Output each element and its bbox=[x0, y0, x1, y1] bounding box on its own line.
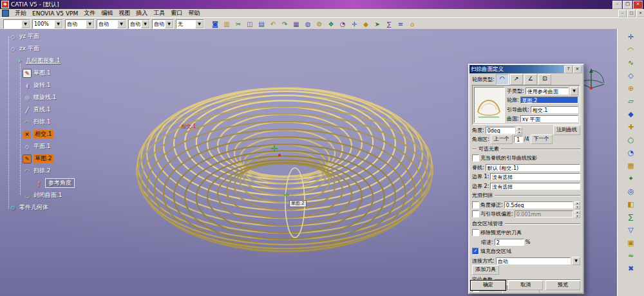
profile-type-conic-button[interactable]: ⊡ bbox=[538, 74, 551, 85]
doc-close-button[interactable]: × bbox=[636, 10, 644, 17]
chevron-down-icon[interactable]: ▼ bbox=[117, 20, 126, 28]
chevron-down-icon[interactable]: ▼ bbox=[165, 20, 173, 28]
spine-field[interactable]: 默认 (相交.1) bbox=[486, 164, 580, 171]
subtype-select[interactable]: 使用参考曲面 bbox=[526, 88, 569, 95]
zoom-combo[interactable]: 100% ▼ bbox=[32, 19, 63, 29]
ok-button[interactable]: 确定 bbox=[471, 281, 506, 290]
boundary1-field[interactable]: 没有选择 bbox=[490, 173, 580, 180]
right-tool-icon-11[interactable]: ▦ bbox=[625, 161, 636, 171]
right-tool-icon-14[interactable]: ◧ bbox=[625, 199, 636, 210]
tree-item-geoset[interactable]: ✦ 几何图形集.1 bbox=[4, 55, 75, 67]
projection-checkbox[interactable] bbox=[472, 154, 479, 162]
right-tool-icon-8[interactable]: ✚ bbox=[625, 122, 636, 133]
dialog-help-button[interactable]: ? bbox=[564, 66, 573, 73]
indent-field[interactable]: 2 bbox=[495, 239, 524, 246]
remove-cutters-checkbox[interactable] bbox=[472, 229, 479, 236]
right-tool-icon-4[interactable]: ◇ bbox=[625, 71, 636, 81]
angle-correction-spinner[interactable]: ▴ ▾ bbox=[574, 201, 580, 208]
dialog-titlebar[interactable]: 扫掠曲面定义 ? × bbox=[469, 65, 583, 73]
surface-field[interactable]: xy 平面 bbox=[520, 115, 578, 122]
toolbar-tool-icon-16[interactable]: ∑ bbox=[384, 19, 394, 29]
minimize-button[interactable]: – bbox=[612, 1, 622, 9]
toolbar-tool-icon-17[interactable]: ≡ bbox=[395, 19, 406, 29]
toolbar-tool-icon-4[interactable]: ◫ bbox=[245, 19, 255, 29]
tree-item-line1[interactable]: ╱ 直线.1 bbox=[4, 104, 75, 116]
chevron-down-icon[interactable]: ▼ bbox=[86, 20, 94, 28]
toolbar-tool-icon-12[interactable]: ◔ bbox=[337, 19, 348, 29]
tree-item-reference-angle[interactable]: ƒ 参考角度 bbox=[4, 177, 75, 189]
right-tool-icon-13[interactable]: ◎ bbox=[625, 187, 636, 197]
chevron-down-icon[interactable]: ▼ bbox=[572, 257, 580, 265]
connection-select[interactable]: 自动 bbox=[496, 257, 571, 264]
menu-window[interactable]: 窗口 bbox=[171, 9, 182, 17]
profile-type-circle-button[interactable]: ∠ bbox=[524, 74, 537, 85]
chevron-down-icon[interactable]: ▼ bbox=[54, 20, 62, 28]
toolbar-tool-icon-13[interactable]: ✛ bbox=[349, 19, 359, 29]
right-tool-icon-2[interactable]: ◠ bbox=[625, 45, 636, 55]
preview-button[interactable]: 预览 bbox=[545, 281, 580, 290]
chevron-down-icon[interactable]: ▼ bbox=[21, 20, 30, 28]
toolbar-tool-icon-1[interactable]: ◙ bbox=[210, 19, 220, 29]
spin-down-icon[interactable]: ▾ bbox=[516, 131, 522, 134]
menu-tools[interactable]: 工具 bbox=[153, 9, 165, 17]
tree-item-helix1[interactable]: ◎ 螺旋线.1 bbox=[4, 91, 75, 104]
menu-help[interactable]: 帮助 bbox=[188, 9, 200, 17]
next-sector-button[interactable]: 下一个 bbox=[531, 134, 553, 144]
toolbar-tool-icon-6[interactable]: ↶ bbox=[268, 19, 278, 29]
maximize-button[interactable]: □ bbox=[623, 1, 632, 9]
auto-combo-2[interactable]: 自动 ▼ bbox=[97, 19, 126, 29]
selection-filter-combo[interactable]: ▼ bbox=[3, 19, 30, 29]
tree-item-yz-plane[interactable]: ◇ yz 平面 bbox=[4, 30, 75, 42]
tree-item-sweep1[interactable]: ◠ 扫掠.1 bbox=[4, 116, 75, 128]
toolbar-tool-icon-18[interactable]: ⌂ bbox=[407, 19, 417, 29]
fill-self-intersection-checkbox[interactable]: ✓ bbox=[472, 248, 479, 255]
previous-sector-button[interactable]: 上一个 bbox=[491, 134, 513, 144]
tree-item-zx-plane[interactable]: ◇ zx 平面 bbox=[4, 42, 75, 55]
auto-combo-4[interactable]: 自动 ▼ bbox=[152, 19, 174, 29]
auto-combo-3[interactable]: 自动 ▼ bbox=[128, 19, 150, 29]
deviation-spinner[interactable]: ▴ ▾ bbox=[574, 210, 580, 217]
right-tool-icon-12[interactable]: ✦ bbox=[625, 174, 636, 184]
tree-item-plane1[interactable]: ◇ 平面.1 bbox=[4, 140, 75, 153]
tree-item-sketch1[interactable]: ✎ 草图.1 bbox=[4, 67, 75, 79]
chevron-down-icon[interactable]: ▼ bbox=[141, 20, 149, 28]
right-tool-icon-16[interactable]: ▽ bbox=[625, 225, 636, 236]
chevron-down-icon[interactable]: ▼ bbox=[195, 20, 204, 28]
right-tool-icon-1[interactable]: ✛ bbox=[625, 32, 636, 42]
tree-item-partbody[interactable]: ⚙ 零件几何体 bbox=[4, 201, 75, 214]
close-button[interactable]: × bbox=[633, 1, 643, 9]
add-cutter-button[interactable]: 添加刀具 bbox=[472, 265, 499, 275]
toolbar-tool-icon-9[interactable]: ◍ bbox=[303, 19, 313, 29]
menu-edit[interactable]: 编辑 bbox=[101, 9, 113, 17]
toolbar-tool-icon-3[interactable]: ✂ bbox=[233, 19, 243, 29]
profile-type-line-button[interactable]: ↗ bbox=[510, 74, 523, 85]
tree-item-sweep2[interactable]: ◠ 扫掠.2 bbox=[4, 165, 75, 177]
tree-item-revolve1[interactable]: ◖ 旋转.1 bbox=[4, 79, 75, 91]
angle-spinner[interactable]: ▴ ▾ bbox=[516, 127, 522, 134]
right-tool-icon-18[interactable]: ≈ bbox=[625, 251, 636, 261]
right-tool-icon-5[interactable]: ⊕ bbox=[625, 84, 636, 94]
toolbar-tool-icon-2[interactable]: ▥ bbox=[222, 19, 232, 29]
auto-combo-1[interactable]: 自动 ▼ bbox=[65, 19, 95, 29]
law-button[interactable]: 法则曲线 bbox=[553, 125, 580, 135]
right-tool-icon-6[interactable]: ▱ bbox=[625, 97, 636, 107]
angle-field[interactable]: 0deg bbox=[486, 127, 515, 134]
right-tool-icon-7[interactable]: ◆ bbox=[625, 109, 636, 120]
profile-field[interactable]: 草图.2 bbox=[520, 97, 578, 104]
toolbar-tool-icon-7[interactable]: ↷ bbox=[279, 19, 290, 29]
tree-item-intersect1[interactable]: ✕ 相交.1 bbox=[4, 128, 75, 140]
angle-correction-checkbox[interactable] bbox=[472, 201, 479, 208]
boundary2-field[interactable]: 没有选择 bbox=[490, 183, 580, 190]
toolbar-tool-icon-11[interactable]: ❖ bbox=[326, 19, 336, 29]
toolbar-tool-icon-10[interactable]: ⚙ bbox=[314, 19, 325, 29]
angle-correction-field[interactable]: 0.5deg bbox=[504, 201, 573, 208]
toolbar-tool-icon-14[interactable]: ◆ bbox=[361, 19, 371, 29]
right-tool-icon-3[interactable]: ∿ bbox=[625, 58, 636, 68]
right-tool-icon-9[interactable]: ○ bbox=[625, 135, 636, 145]
menu-file[interactable]: 文件 bbox=[84, 9, 95, 17]
chevron-down-icon[interactable]: ▼ bbox=[570, 87, 578, 95]
deviation-field[interactable]: 0.001mm bbox=[515, 210, 573, 217]
toolbar-tool-icon-8[interactable]: ▦ bbox=[291, 19, 301, 29]
deviation-checkbox[interactable] bbox=[472, 210, 479, 217]
tree-item-sketch2[interactable]: ✎ 草图.2 bbox=[4, 153, 75, 165]
